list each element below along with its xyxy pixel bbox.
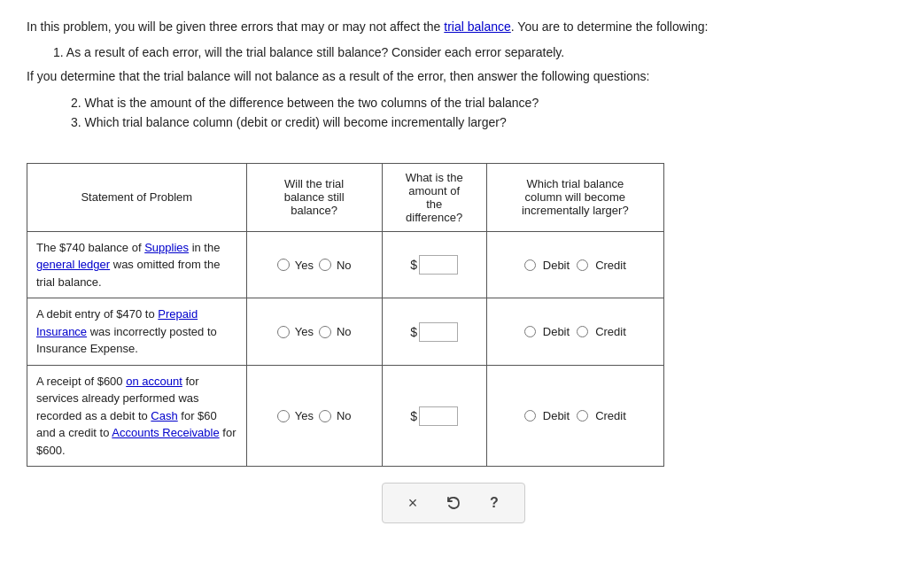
row3-credit-label: Credit <box>595 409 626 422</box>
undo-button[interactable] <box>441 491 466 515</box>
row3-statement: A receipt of $600 on account for service… <box>27 365 247 467</box>
row1-credit-label: Credit <box>595 259 626 272</box>
row1-amount-input[interactable] <box>419 255 458 275</box>
row2-no-radio[interactable] <box>319 326 331 338</box>
bottom-toolbar: × ? <box>27 483 880 523</box>
row2-statement: A debit entry of $470 to Prepaid Insuran… <box>27 298 247 366</box>
row3-amount-cell: $ <box>382 365 486 467</box>
problem-table: Statement of Problem Will the trialbalan… <box>27 163 664 468</box>
table-row: A receipt of $600 on account for service… <box>27 365 664 467</box>
intro-line1: In this problem, you will be given three… <box>27 18 880 36</box>
row3-balance-cell: Yes No <box>246 365 382 467</box>
cash-link[interactable]: Cash <box>151 409 177 422</box>
table-row: A debit entry of $470 to Prepaid Insuran… <box>27 298 664 366</box>
supplies-link[interactable]: Supplies <box>144 241 189 254</box>
toolbar-box: × ? <box>382 483 525 523</box>
row3-dollar-sign: $ <box>410 409 417 423</box>
intro-item2: 2. What is the amount of the difference … <box>71 93 880 112</box>
header-amount: What is theamount ofthedifference? <box>382 163 486 231</box>
row2-which-cell: Debit Credit <box>486 298 663 366</box>
row1-which-cell: Debit Credit <box>486 231 663 298</box>
header-which: Which trial balancecolumn will becomeinc… <box>486 163 663 231</box>
header-statement: Statement of Problem <box>27 163 247 231</box>
accounts-receivable-link[interactable]: Accounts Receivable <box>112 426 219 439</box>
row2-no-label: No <box>337 325 352 338</box>
prepaid-insurance-link[interactable]: Prepaid Insurance <box>36 307 198 338</box>
close-button[interactable]: × <box>400 491 425 515</box>
row1-debit-label: Debit <box>543 259 570 272</box>
row1-dollar-sign: $ <box>410 258 417 272</box>
row3-which-cell: Debit Credit <box>486 365 663 467</box>
row2-debit-radio[interactable] <box>524 326 536 337</box>
intro-item3: 3. Which trial balance column (debit or … <box>71 112 880 132</box>
row2-dollar-sign: $ <box>410 325 417 339</box>
row3-no-label: No <box>337 409 352 422</box>
row2-credit-label: Credit <box>595 325 626 338</box>
row1-no-radio[interactable] <box>319 259 331 271</box>
header-balance: Will the trialbalance stillbalance? <box>246 163 382 231</box>
row2-balance-cell: Yes No <box>246 298 382 366</box>
row1-statement: The $740 balance of Supplies in the gene… <box>27 231 247 298</box>
row2-debit-label: Debit <box>543 325 570 338</box>
intro-if-text: If you determine that the trial balance … <box>27 67 880 86</box>
on-account-link[interactable]: on account <box>126 375 182 388</box>
general-ledger-link[interactable]: general ledger <box>36 258 110 271</box>
intro-items-2-3: 2. What is the amount of the difference … <box>71 93 880 133</box>
intro-item1: 1. As a result of each error, will the t… <box>53 43 880 62</box>
row3-credit-radio[interactable] <box>577 410 588 422</box>
row1-debit-radio[interactable] <box>524 259 536 271</box>
row3-debit-label: Debit <box>543 409 570 422</box>
row1-yes-radio[interactable] <box>277 259 290 271</box>
row1-amount-cell: $ <box>382 231 486 298</box>
row3-debit-radio[interactable] <box>524 410 536 422</box>
row2-yes-label: Yes <box>295 325 314 338</box>
row1-no-label: No <box>337 259 352 272</box>
help-button[interactable]: ? <box>482 491 507 515</box>
row2-amount-cell: $ <box>382 298 486 366</box>
row1-yes-label: Yes <box>295 259 314 272</box>
row2-amount-input[interactable] <box>419 322 458 342</box>
row3-yes-label: Yes <box>295 409 314 422</box>
table-row: The $740 balance of Supplies in the gene… <box>27 231 664 298</box>
trial-balance-link[interactable]: trial balance <box>444 19 511 34</box>
row3-no-radio[interactable] <box>319 410 331 422</box>
row1-balance-cell: Yes No <box>246 231 382 298</box>
row3-amount-input[interactable] <box>419 406 458 426</box>
row1-credit-radio[interactable] <box>577 259 588 271</box>
row2-credit-radio[interactable] <box>577 326 588 337</box>
row2-yes-radio[interactable] <box>277 326 290 338</box>
row3-yes-radio[interactable] <box>277 410 290 422</box>
